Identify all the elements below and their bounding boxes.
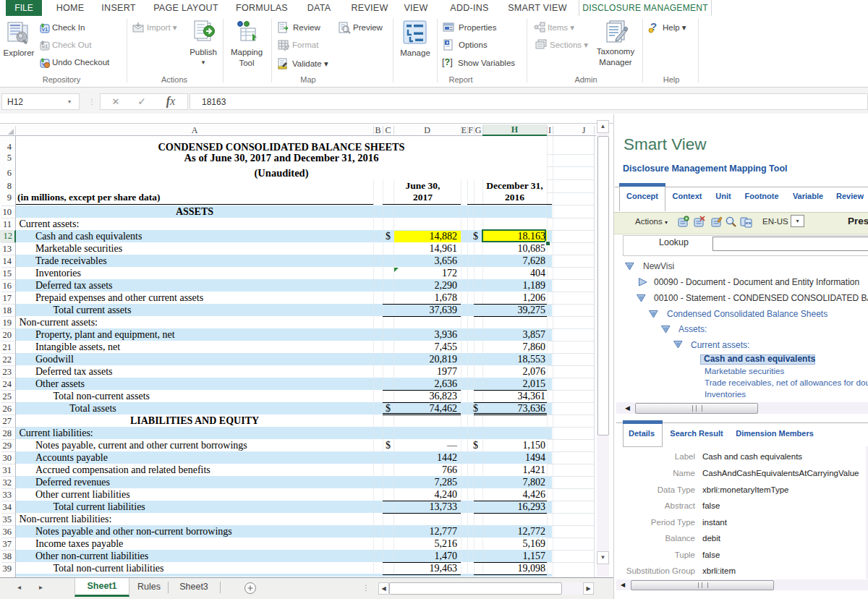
svg-text:«»: «» bbox=[746, 221, 752, 226]
